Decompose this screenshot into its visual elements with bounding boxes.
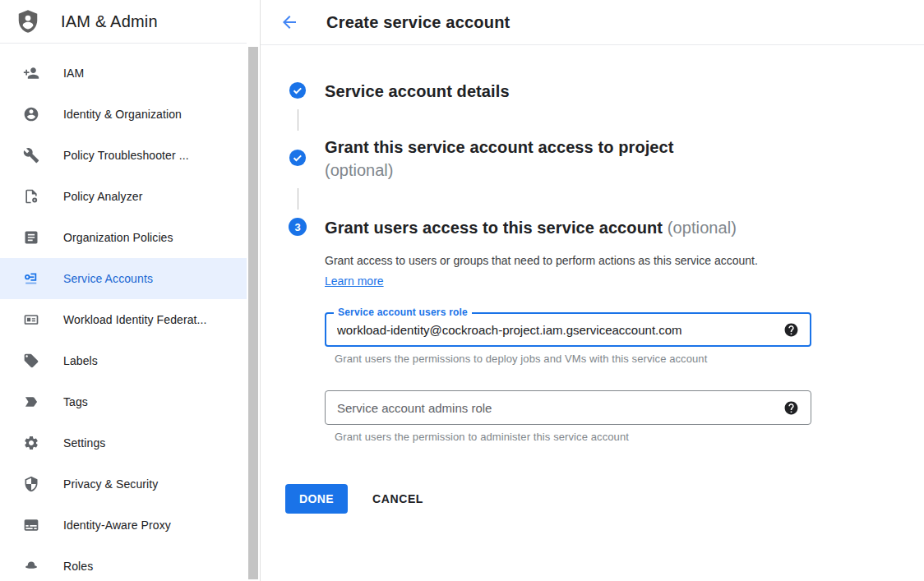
sidebar-item-service-accounts[interactable]: Service Accounts [0,258,247,299]
sidebar-item-settings[interactable]: Settings [0,422,247,463]
service-account-admins-role-field[interactable] [325,390,811,425]
service-account-users-role-field[interactable]: Service account users role [325,312,811,347]
step-2-optional-label: (optional) [325,159,674,182]
sidebar-item-label: Privacy & Security [63,477,158,491]
step-connector [298,188,298,210]
sidebar-item-organization-policies[interactable]: Organization Policies [0,217,247,258]
sidebar: IAM & Admin IAM Identity & Organization … [0,0,247,581]
main-panel: Create service account Service account d… [261,0,924,581]
iam-admin-window: IAM & Admin IAM Identity & Organization … [0,0,924,581]
shield-icon [23,476,39,492]
sidebar-item-identity-organization[interactable]: Identity & Organization [0,94,247,135]
users-role-help-icon[interactable] [783,322,799,338]
admins-role-help-icon[interactable] [783,400,799,416]
sidebar-item-label: Policy Analyzer [63,190,142,203]
iam-shield-logo-icon [16,9,40,34]
wrench-icon [23,147,39,164]
sidebar-scrollbar-track [247,44,260,581]
done-button[interactable]: DONE [285,484,348,514]
sidebar-header: IAM & Admin [0,0,247,44]
sidebar-item-roles[interactable]: Roles [0,546,247,581]
step-3-body: Grant access to users or groups that nee… [325,251,811,443]
form-actions: DONE CANCEL [285,484,924,514]
sidebar-item-label: IAM [63,67,84,80]
tag-arrow-icon [23,394,39,410]
sidebar-item-label: Settings [63,436,105,450]
person-add-icon [23,65,39,81]
sidebar-item-label: Labels [63,354,98,367]
identity-person-icon [23,106,39,122]
step-2-check-icon [289,149,307,167]
admins-role-helper-text: Grant users the permission to administer… [335,431,811,443]
step-connector [298,109,298,131]
gear-icon [23,435,39,451]
step-3-title: Grant users access to this service accou… [325,216,811,239]
sidebar-item-workload-identity-federation[interactable]: Workload Identity Federat... [0,299,247,340]
admins-role-input[interactable] [337,401,775,415]
page-title: Create service account [326,13,510,32]
create-service-account-form: Service account details Grant this servi… [261,45,924,514]
sidebar-item-label: Identity-Aware Proxy [63,519,171,532]
step-2-grant-access-to-project: Grant this service account access to pro… [289,137,924,182]
learn-more-link[interactable]: Learn more [325,274,384,288]
step-1-title: Service account details [325,80,510,103]
step-3-number-badge: 3 [289,218,307,236]
sidebar-item-policy-troubleshooter[interactable]: Policy Troubleshooter ... [0,135,247,176]
sidebar-item-policy-analyzer[interactable]: Policy Analyzer [0,176,247,217]
sidebar-item-privacy-security[interactable]: Privacy & Security [0,463,247,505]
users-role-helper-text: Grant users the permissions to deploy jo… [335,353,811,365]
sidebar-item-tags[interactable]: Tags [0,381,247,422]
sidebar-scrollbar-thumb[interactable] [248,47,258,579]
sidebar-item-label: Identity & Organization [63,108,182,121]
sidebar-nav: IAM Identity & Organization Policy Troub… [0,44,247,581]
sidebar-item-identity-aware-proxy[interactable]: Identity-Aware Proxy [0,505,247,546]
sidebar-item-iam[interactable]: IAM [0,53,247,94]
users-role-input[interactable] [337,323,775,337]
step-1-service-account-details: Service account details [289,81,924,103]
step-3-grant-users-access: 3 Grant users access to this service acc… [289,218,924,443]
sidebar-item-label: Policy Troubleshooter ... [63,149,189,162]
card-icon [23,311,39,328]
sidebar-item-labels[interactable]: Labels [0,340,247,381]
sidebar-item-label: Tags [63,395,88,408]
back-arrow-icon[interactable] [280,12,299,32]
step-3-optional-label: (optional) [668,219,737,237]
sidebar-item-label: Roles [63,560,93,573]
service-account-key-icon [23,270,39,287]
step-2-title: Grant this service account access to pro… [325,136,674,159]
article-icon [23,229,39,246]
step-3-description: Grant access to users or groups that nee… [325,251,775,292]
proxy-icon [23,517,39,533]
sidebar-item-label: Organization Policies [63,231,173,244]
step-1-check-icon [289,81,307,99]
sidebar-item-label: Service Accounts [63,272,153,285]
label-tag-icon [23,353,39,369]
page-header: Create service account [261,0,924,45]
hat-icon [23,558,39,574]
product-title: IAM & Admin [61,12,158,31]
users-role-floating-label: Service account users role [334,307,472,318]
document-gear-icon [23,188,39,205]
sidebar-item-label: Workload Identity Federat... [63,313,207,326]
cancel-button[interactable]: CANCEL [366,484,430,514]
